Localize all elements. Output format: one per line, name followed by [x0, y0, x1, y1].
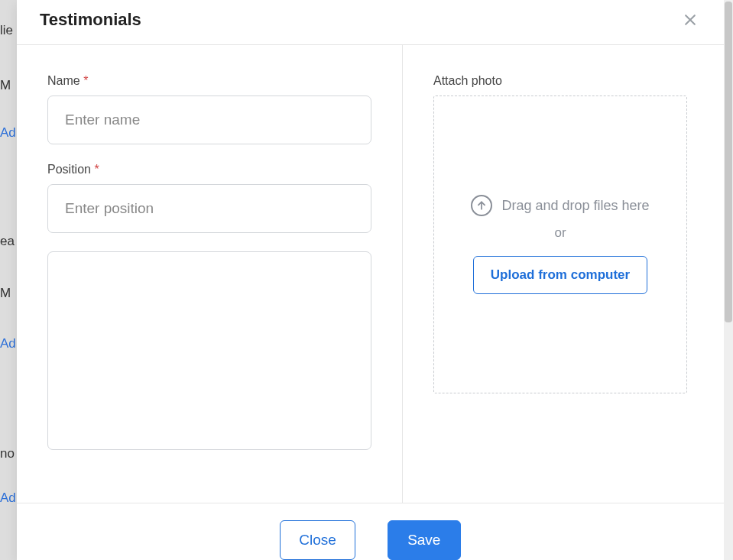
- or-separator: or: [554, 225, 566, 241]
- name-label: Name *: [47, 74, 371, 88]
- testimonials-modal: Testimonials Name * Position *: [17, 0, 724, 560]
- drag-drop-row: Drag and drop files here: [471, 195, 649, 216]
- bg-fragment: Ad: [0, 490, 16, 506]
- close-icon: [683, 12, 698, 28]
- bg-fragment: Ad: [0, 336, 16, 351]
- close-icon-button[interactable]: [679, 9, 701, 31]
- photo-dropzone[interactable]: Drag and drop files here or Upload from …: [433, 95, 687, 393]
- attach-photo-label: Attach photo: [433, 74, 687, 88]
- close-button[interactable]: Close: [280, 520, 355, 560]
- scrollbar-track[interactable]: [724, 0, 733, 560]
- upload-from-computer-button[interactable]: Upload from computer: [473, 256, 647, 294]
- form-right-panel: Attach photo Drag and drop files here or…: [403, 45, 724, 503]
- form-left-panel: Name * Position *: [17, 45, 403, 503]
- position-label-text: Position: [47, 163, 91, 176]
- modal-body: Name * Position * Attach photo: [17, 45, 724, 503]
- content-field-group: [47, 251, 371, 450]
- required-marker: *: [94, 163, 99, 176]
- drag-drop-text: Drag and drop files here: [501, 198, 649, 214]
- name-field-group: Name *: [47, 74, 371, 144]
- name-label-text: Name: [47, 74, 80, 87]
- bg-fragment: lie: [0, 23, 13, 38]
- content-textarea[interactable]: [47, 251, 371, 450]
- position-input[interactable]: [47, 184, 371, 233]
- position-label: Position *: [47, 163, 371, 176]
- bg-fragment: M: [0, 286, 11, 301]
- modal-footer: Close Save: [17, 503, 724, 560]
- bg-fragment: no: [0, 446, 15, 461]
- name-input[interactable]: [47, 95, 371, 144]
- modal-header: Testimonials: [17, 0, 724, 45]
- bg-fragment: Ad: [0, 125, 16, 141]
- position-field-group: Position *: [47, 163, 371, 233]
- bg-fragment: M: [0, 78, 11, 93]
- required-marker: *: [83, 74, 88, 87]
- save-button[interactable]: Save: [388, 520, 461, 560]
- upload-arrow-icon: [471, 195, 492, 216]
- modal-title: Testimonials: [40, 10, 141, 30]
- bg-fragment: ea: [0, 234, 15, 249]
- scrollbar-thumb[interactable]: [725, 2, 732, 322]
